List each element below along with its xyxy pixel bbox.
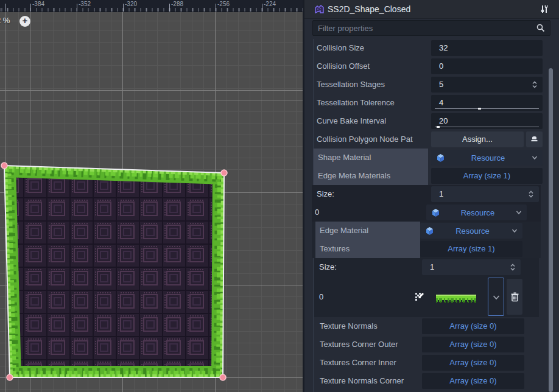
array-size-field[interactable]: 1 — [422, 259, 521, 275]
point-handle[interactable] — [221, 170, 227, 176]
subresource-plate: Edge Meta Materials — [314, 167, 428, 185]
property-row-tessellation-tolerence: Tessellation Tolerence 4 — [304, 94, 559, 112]
edit-image-icon[interactable] — [415, 292, 424, 301]
textures-array-button[interactable]: Array (size 1) — [420, 241, 522, 257]
array-size-row: Size: 1 — [314, 258, 539, 276]
horizontal-ruler: -384 -352 -320 -288 -256 -224 — [0, 0, 303, 12]
array-index-label: 0 — [315, 203, 319, 222]
property-row-edge-material: Edge Material Resource — [312, 222, 541, 240]
property-label: Edge Material — [320, 222, 368, 240]
spinner-updown-icon[interactable] — [530, 80, 539, 89]
property-row-textures-corner-inner: Textures Corner Inner Array (size 0) — [304, 354, 559, 372]
property-row-tessellation-stages: Tessellation Stages 5 — [304, 75, 559, 94]
edge-material-dropdown[interactable]: Resource — [420, 223, 522, 239]
resource-cube-icon — [425, 226, 434, 236]
property-row-collision-polygon-node-path: Collision Polygon Node Pat Assign... — [304, 130, 559, 149]
property-row-collision-offset: Collision Offset 0 — [304, 57, 559, 75]
pick-node-button[interactable] — [526, 131, 543, 147]
point-handle[interactable] — [1, 163, 7, 169]
property-row-collision-size: Collision Size 32 — [304, 39, 559, 57]
resource-value: Resource — [440, 208, 515, 217]
collision-size-field[interactable]: 32 — [431, 40, 543, 56]
resource-cube-icon — [436, 153, 445, 163]
property-label: Collision Size — [317, 39, 364, 57]
field-value: 1 — [430, 262, 434, 271]
array-size-row: Size: 1 — [312, 185, 541, 203]
property-label: Edge Meta Materials — [318, 167, 390, 185]
slider-grabber[interactable] — [478, 108, 481, 110]
property-row-texture-normals-corner: Texture Normals Corner Array (size 0) — [304, 372, 559, 390]
tessellation-stages-field[interactable]: 5 — [431, 77, 543, 93]
shape-fill — [4, 166, 224, 377]
field-value: 20 — [439, 116, 448, 125]
ruler-label: -384 — [32, 1, 44, 7]
resource-cube-icon — [431, 208, 440, 217]
delete-texture-button[interactable] — [507, 279, 522, 315]
chevron-down-icon — [531, 154, 538, 161]
inspector-panel: SS2D_Shape_Closed Collision Size 32 — [303, 0, 559, 392]
filter-properties-input[interactable] — [318, 21, 519, 35]
property-label: Tessellation Stages — [317, 75, 385, 94]
property-row-edge-meta-materials: Edge Meta Materials Array (size 1) — [304, 167, 559, 185]
scrollbar-grabber[interactable] — [549, 68, 553, 392]
ruler-major-ticks — [0, 4, 303, 12]
field-value: 5 — [439, 80, 443, 89]
array-size-label: Size: — [319, 258, 337, 276]
grass-texture-preview[interactable] — [436, 294, 476, 304]
ruler-label: -288 — [171, 1, 183, 7]
assign-button[interactable]: Assign... — [431, 131, 524, 147]
inspector-header: SS2D_Shape_Closed — [304, 0, 559, 19]
textures-corner-inner-array-button[interactable]: Array (size 0) — [422, 355, 524, 371]
property-row-texture-normals: Texture Normals Array (size 0) — [304, 317, 559, 335]
spinner-updown-icon[interactable] — [527, 190, 535, 198]
collision-offset-field[interactable]: 0 — [431, 58, 543, 74]
property-label: Textures — [320, 240, 350, 258]
canvas-grid[interactable]: 2 % + — [0, 12, 303, 392]
textures-corner-outer-array-button[interactable]: Array (size 0) — [422, 337, 524, 352]
slider-track — [435, 108, 539, 109]
array-size-field[interactable]: 1 — [431, 186, 539, 202]
property-label: Collision Polygon Node Pat — [317, 130, 413, 149]
chevron-down-icon — [515, 209, 522, 216]
chevron-down-icon — [492, 295, 501, 301]
edge-meta-materials-array-button[interactable]: Array (size 1) — [431, 168, 543, 184]
subresource-plate: Shape Material — [314, 149, 428, 167]
property-row-textures: Textures Array (size 1) — [312, 240, 541, 258]
curve-bake-interval-slider[interactable]: 20 — [431, 113, 543, 129]
canvas-viewport[interactable]: -384 -352 -320 -288 -256 -224 — [0, 0, 303, 392]
property-row-textures-corner-outer: Textures Corner Outer Array (size 0) — [304, 335, 559, 354]
element-resource-dropdown[interactable]: Resource — [426, 205, 527, 220]
slider-grabber[interactable] — [437, 126, 440, 128]
godot-editor: -384 -352 -320 -288 -256 -224 — [0, 0, 559, 392]
point-handle[interactable] — [220, 374, 226, 380]
spinner-updown-icon[interactable] — [508, 263, 517, 271]
inspector-scrollbar[interactable] — [549, 38, 553, 392]
inspector-title: SS2D_Shape_Closed — [328, 4, 410, 14]
shape-node[interactable] — [0, 12, 303, 392]
property-label: Collision Offset — [317, 57, 370, 75]
tools-icon[interactable] — [540, 4, 549, 14]
texture-normals-array-button[interactable]: Array (size 0) — [422, 318, 524, 334]
pick-node-icon — [530, 135, 539, 144]
array-size-label: Size: — [317, 185, 334, 203]
filter-bar — [312, 20, 550, 36]
field-value: 1 — [439, 189, 443, 198]
trash-icon — [510, 292, 519, 302]
property-row-shape-material: Shape Material Resource — [304, 149, 559, 167]
subresource-plate: Textures — [315, 240, 420, 258]
ruler-label: -320 — [125, 1, 137, 7]
texture-dropdown-button[interactable] — [488, 278, 504, 316]
ruler-label: -256 — [217, 1, 230, 7]
shape-node-icon — [314, 4, 325, 15]
ruler-label: -352 — [79, 1, 91, 7]
ruler-label: -224 — [264, 1, 276, 7]
zoom-plus-button[interactable]: + — [19, 16, 30, 27]
tessellation-tolerence-slider[interactable]: 4 — [431, 95, 543, 111]
texture-normals-corner-array-button[interactable]: Array (size 0) — [422, 373, 524, 389]
property-list: Collision Size 32 Collision Offset 0 Tes… — [304, 39, 559, 390]
shape-material-dropdown[interactable]: Resource — [431, 150, 543, 166]
chevron-down-icon — [511, 227, 518, 234]
point-handle[interactable] — [7, 374, 13, 380]
property-label: Textures Corner Inner — [320, 354, 396, 372]
resource-value: Resource — [434, 226, 511, 236]
